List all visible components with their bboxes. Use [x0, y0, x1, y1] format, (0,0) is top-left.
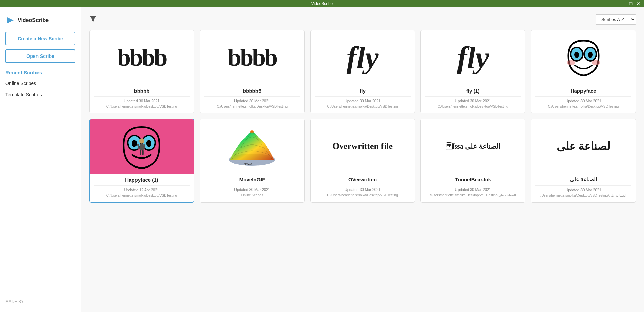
- card-divider: [425, 96, 521, 97]
- card-divider: [315, 185, 411, 185]
- card-preview: bbbb: [200, 30, 304, 85]
- card-divider: [535, 185, 631, 186]
- card-updated: Updated 12 Apr 2021: [94, 188, 190, 192]
- happyface-pink-svg: [118, 120, 165, 173]
- logo-area: VideoScribe: [5, 13, 75, 28]
- card-path: C:/Users/henriette.smolka/Desktop/VSDTes…: [315, 104, 411, 109]
- happyface-svg: [562, 36, 605, 80]
- card-divider: [204, 185, 300, 185]
- minimize-button[interactable]: —: [620, 1, 626, 7]
- close-button[interactable]: ✕: [635, 1, 641, 7]
- made-by-label: MADE BY: [5, 198, 75, 307]
- preview-text: bbbb: [117, 44, 166, 72]
- card-divider: [94, 185, 190, 186]
- card-updated: Updated 30 Mar 2021: [535, 99, 631, 103]
- card-title: TunnelBear.lnk: [425, 177, 521, 182]
- scribe-card[interactable]: ∂f/∂x=0 MoveInGIF Updated 30 Mar 2021 On…: [200, 119, 305, 203]
- recent-scribes-label: Recent Scribes: [5, 70, 75, 75]
- card-preview: الصناعة على fssa: [421, 119, 525, 173]
- preview-text: fly: [347, 40, 379, 75]
- sidebar-divider: [5, 104, 75, 104]
- svg-rect-16: [140, 143, 144, 150]
- card-path: C:/Users/henriette.smolka/Desktop/VSDTes…: [204, 104, 300, 109]
- card-preview: لصناعة على: [531, 119, 636, 173]
- mountain-svg: ∂f/∂x=0: [227, 124, 277, 168]
- card-updated: Updated 30 Mar 2021: [94, 99, 190, 103]
- svg-point-5: [574, 52, 579, 58]
- card-info: TunnelBear.lnk Updated 30 Mar 2021 /User…: [421, 173, 525, 202]
- scribe-card[interactable]: Overwritten file OVerwritten Updated 30 …: [310, 119, 415, 203]
- svg-marker-0: [7, 17, 14, 24]
- card-path: C:/Users/henriette.smolka/Desktop/VSDTes…: [94, 104, 190, 109]
- scribe-card[interactable]: الصناعة على fssa TunnelBear.lnk Updated …: [420, 119, 525, 203]
- open-scribe-button[interactable]: Open Scribe: [5, 49, 75, 63]
- card-updated: Updated 30 Mar 2021: [425, 99, 521, 103]
- card-title: bbbbb: [94, 88, 190, 94]
- svg-point-15: [139, 138, 145, 144]
- card-title: Happyface: [535, 88, 631, 94]
- card-path: /Users/henriette.smolka/Desktop/VSDTesti…: [535, 193, 631, 198]
- svg-point-6: [588, 52, 593, 58]
- template-scribes-nav[interactable]: Template Scribes: [5, 91, 75, 98]
- title-bar-controls: — □ ✕: [620, 1, 641, 7]
- filter-funnel-svg: [89, 15, 97, 22]
- card-info: Happyface Updated 30 Mar 2021 C:/Users/h…: [531, 85, 636, 113]
- svg-point-22: [250, 130, 254, 133]
- card-info: الصناعة على Updated 30 Mar 2021 /Users/h…: [531, 173, 636, 202]
- scribe-card[interactable]: Happyface Updated 30 Mar 2021 C:/Users/h…: [531, 30, 636, 113]
- card-updated: Updated 30 Mar 2021: [315, 99, 411, 103]
- filter-icon[interactable]: [89, 15, 97, 24]
- logo-text: VideoScribe: [18, 17, 49, 23]
- top-bar: Scribes A-Z Scribes Z-A Newest First Old…: [89, 14, 636, 25]
- card-info: bbbbb5 Updated 30 Mar 2021 C:/Users/henr…: [200, 85, 304, 113]
- card-path: C:/Users/henriette.smolka/Desktop/VSDTes…: [425, 104, 521, 109]
- logo-icon: [5, 16, 15, 25]
- preview-text: bbbb: [228, 44, 276, 72]
- title-bar-title: VideoScribe: [311, 1, 333, 6]
- card-path: C:/Users/henriette.smolka/Desktop/VSDTes…: [535, 104, 631, 109]
- card-info: MoveInGIF Updated 30 Mar 2021 Online Scr…: [200, 173, 304, 202]
- sort-dropdown[interactable]: Scribes A-Z Scribes Z-A Newest First Old…: [596, 14, 636, 25]
- card-preview: [531, 30, 636, 85]
- scribe-card[interactable]: bbbb bbbbb Updated 30 Mar 2021 C:/Users/…: [89, 30, 194, 113]
- svg-rect-18: [142, 150, 144, 155]
- card-preview: Overwritten file: [311, 119, 415, 173]
- svg-point-14: [146, 140, 152, 147]
- scribe-card[interactable]: Happyface (1) Updated 12 Apr 2021 C:/Use…: [89, 119, 194, 203]
- card-path: Online Scribes: [204, 193, 300, 198]
- card-title: bbbbb5: [204, 88, 300, 94]
- maximize-button[interactable]: □: [628, 1, 634, 7]
- card-preview: [90, 119, 194, 174]
- scribe-card[interactable]: fly fly (1) Updated 30 Mar 2021 C:/Users…: [420, 30, 525, 113]
- card-title: الصناعة على: [535, 177, 631, 183]
- sidebar: VideoScribe Create a New Scribe Open Scr…: [0, 7, 81, 312]
- card-title: fly: [315, 88, 411, 94]
- scribe-card[interactable]: fly fly Updated 30 Mar 2021 C:/Users/hen…: [310, 30, 415, 113]
- online-scribes-nav[interactable]: Online Scribes: [5, 80, 75, 87]
- scribe-card[interactable]: bbbb bbbbb5 Updated 30 Mar 2021 C:/Users…: [200, 30, 305, 113]
- card-path: C:/Users/henriette.smolka/Desktop/VSDTes…: [315, 193, 411, 198]
- card-title: OVerwritten: [315, 177, 411, 182]
- card-path: C:/Users/henriette.smolka/Desktop/VSDTes…: [94, 193, 190, 198]
- card-updated: Updated 30 Mar 2021: [425, 187, 521, 192]
- app-container: VideoScribe Create a New Scribe Open Scr…: [0, 7, 644, 312]
- card-divider: [315, 96, 411, 97]
- card-path: /Users/henriette.smolka/Desktop/VSDTesti…: [425, 193, 521, 198]
- preview-text: لصناعة على: [556, 140, 610, 153]
- card-title: fly (1): [425, 88, 521, 94]
- card-updated: Updated 30 Mar 2021: [204, 187, 300, 192]
- svg-rect-17: [140, 150, 142, 155]
- card-title: MoveInGIF: [204, 177, 300, 182]
- svg-point-13: [132, 140, 137, 147]
- card-divider: [535, 96, 631, 97]
- svg-point-8: [592, 60, 600, 65]
- card-preview: ∂f/∂x=0: [200, 119, 304, 173]
- scribe-grid: bbbb bbbbb Updated 30 Mar 2021 C:/Users/…: [89, 30, 636, 203]
- card-updated: Updated 30 Mar 2021: [535, 188, 631, 192]
- card-preview: fly: [311, 30, 415, 85]
- svg-text:∂f/∂x=0: ∂f/∂x=0: [244, 163, 252, 166]
- create-new-scribe-button[interactable]: Create a New Scribe: [5, 32, 75, 45]
- card-title: Happyface (1): [94, 177, 190, 183]
- scribe-card[interactable]: لصناعة على الصناعة على Updated 30 Mar 20…: [531, 119, 636, 203]
- svg-point-7: [567, 60, 575, 65]
